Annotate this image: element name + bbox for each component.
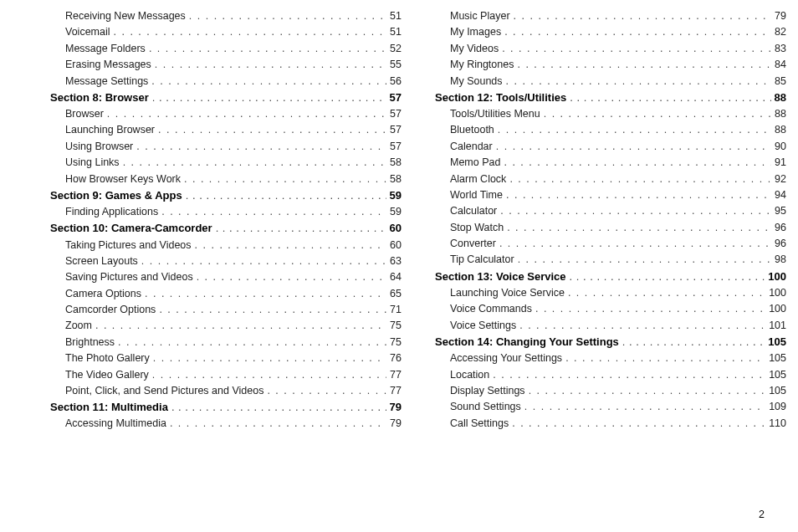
toc-leader-dots: . . . . . . . . . . . . . . . . . . . . … xyxy=(152,90,386,106)
toc-page-number: 82 xyxy=(771,24,786,40)
toc-page-number: 60 xyxy=(386,220,402,237)
toc-sub-row[interactable]: Accessing Your Settings. . . . . . . . .… xyxy=(435,350,786,366)
toc-sub-row[interactable]: How Browser Keys Work. . . . . . . . . .… xyxy=(50,171,402,187)
toc-sub-row[interactable]: Converter. . . . . . . . . . . . . . . .… xyxy=(435,236,786,252)
toc-item-label: Memo Pad xyxy=(450,155,504,171)
toc-sub-row[interactable]: My Images. . . . . . . . . . . . . . . .… xyxy=(435,24,786,40)
toc-page-number: 88 xyxy=(771,122,786,138)
toc-sub-row[interactable]: The Video Gallery. . . . . . . . . . . .… xyxy=(50,367,402,383)
toc-sub-row[interactable]: Using Links. . . . . . . . . . . . . . .… xyxy=(50,155,402,171)
toc-page-number: 57 xyxy=(386,90,402,106)
toc-page-number: 105 xyxy=(765,367,786,383)
toc-item-label: Zoom xyxy=(65,318,95,334)
toc-section-label: Section 10: Camera-Camcorder xyxy=(50,220,216,237)
toc-item-label: Bluetooth xyxy=(450,122,498,138)
toc-leader-dots: . . . . . . . . . . . . . . . . . . . . … xyxy=(151,74,386,90)
toc-item-label: Finding Applications xyxy=(65,204,161,220)
toc-sub-row[interactable]: Voicemail. . . . . . . . . . . . . . . .… xyxy=(50,24,402,40)
toc-sub-row[interactable]: Using Browser. . . . . . . . . . . . . .… xyxy=(50,139,402,155)
toc-leader-dots: . . . . . . . . . . . . . . . . . . . . … xyxy=(114,24,387,40)
toc-section-row[interactable]: Section 10: Camera-Camcorder. . . . . . … xyxy=(50,220,402,237)
toc-sub-row[interactable]: Receiving New Messages. . . . . . . . . … xyxy=(50,8,402,24)
toc-item-label: Launching Voice Service xyxy=(450,285,568,301)
toc-leader-dots: . . . . . . . . . . . . . . . . . . . . … xyxy=(498,122,771,138)
toc-sub-row[interactable]: Accessing Multimedia. . . . . . . . . . … xyxy=(50,416,402,432)
toc-page-number: 105 xyxy=(765,350,786,366)
toc-leader-dots: . . . . . . . . . . . . . . . . . . . . … xyxy=(186,187,386,204)
toc-sub-row[interactable]: Tip Calculator. . . . . . . . . . . . . … xyxy=(435,252,786,268)
toc-item-label: Launching Browser xyxy=(65,122,158,138)
toc-sub-row[interactable]: World Time. . . . . . . . . . . . . . . … xyxy=(435,187,786,203)
toc-section-row[interactable]: Section 12: Tools/Utilities. . . . . . .… xyxy=(435,90,786,106)
toc-sub-row[interactable]: Voice Settings. . . . . . . . . . . . . … xyxy=(435,318,786,334)
toc-sub-row[interactable]: Browser. . . . . . . . . . . . . . . . .… xyxy=(50,106,402,122)
toc-sub-row[interactable]: Launching Browser. . . . . . . . . . . .… xyxy=(50,122,402,138)
toc-page-number: 90 xyxy=(771,139,786,155)
toc-sub-row[interactable]: Launching Voice Service. . . . . . . . .… xyxy=(435,285,786,301)
toc-sub-row[interactable]: Screen Layouts. . . . . . . . . . . . . … xyxy=(50,253,402,269)
toc-item-label: Brightness xyxy=(65,335,118,350)
toc-page-number: 84 xyxy=(771,57,786,73)
toc-leader-dots: . . . . . . . . . . . . . . . . . . . . … xyxy=(145,286,386,302)
toc-sub-row[interactable]: Point, Click, and Send Pictures and Vide… xyxy=(50,383,402,399)
toc-item-label: The Photo Gallery xyxy=(65,350,153,366)
toc-sub-row[interactable]: Saving Pictures and Videos. . . . . . . … xyxy=(50,269,402,285)
toc-sub-row[interactable]: Calculator. . . . . . . . . . . . . . . … xyxy=(435,203,786,219)
toc-sub-row[interactable]: Camcorder Options. . . . . . . . . . . .… xyxy=(50,302,402,318)
toc-item-label: Location xyxy=(450,367,493,383)
toc-leader-dots: . . . . . . . . . . . . . . . . . . . . … xyxy=(493,367,765,383)
toc-leader-dots: . . . . . . . . . . . . . . . . . . . . … xyxy=(544,106,771,122)
toc-item-label: Call Settings xyxy=(450,416,512,432)
toc-sub-row[interactable]: Memo Pad. . . . . . . . . . . . . . . . … xyxy=(435,155,786,171)
toc-section-row[interactable]: Section 14: Changing Your Settings. . . … xyxy=(435,334,786,350)
toc-item-label: Camcorder Options xyxy=(65,302,159,318)
toc-sub-row[interactable]: Brightness. . . . . . . . . . . . . . . … xyxy=(50,335,402,350)
toc-item-label: Taking Pictures and Videos xyxy=(65,238,195,253)
toc-item-label: Tip Calculator xyxy=(450,252,518,268)
toc-item-label: Message Folders xyxy=(65,41,149,57)
toc-sub-row[interactable]: Display Settings. . . . . . . . . . . . … xyxy=(435,383,786,399)
toc-item-label: Accessing Your Settings xyxy=(450,350,565,366)
toc-sub-row[interactable]: Finding Applications. . . . . . . . . . … xyxy=(50,204,402,220)
toc-sub-row[interactable]: Taking Pictures and Videos. . . . . . . … xyxy=(50,238,402,253)
toc-sub-row[interactable]: Zoom. . . . . . . . . . . . . . . . . . … xyxy=(50,318,402,334)
toc-section-row[interactable]: Section 13: Voice Service. . . . . . . .… xyxy=(435,269,786,285)
toc-item-label: Browser xyxy=(65,106,107,122)
toc-section-row[interactable]: Section 9: Games & Apps. . . . . . . . .… xyxy=(50,187,402,204)
toc-page-number: 79 xyxy=(386,399,402,416)
toc-leader-dots: . . . . . . . . . . . . . . . . . . . . … xyxy=(267,383,386,399)
toc-sub-row[interactable]: Stop Watch. . . . . . . . . . . . . . . … xyxy=(435,220,786,236)
toc-section-label: Section 13: Voice Service xyxy=(435,269,570,285)
toc-sub-row[interactable]: My Sounds. . . . . . . . . . . . . . . .… xyxy=(435,74,786,90)
toc-sub-row[interactable]: Message Folders. . . . . . . . . . . . .… xyxy=(50,41,402,57)
toc-sub-row[interactable]: Tools/Utilities Menu. . . . . . . . . . … xyxy=(435,106,786,122)
toc-sub-row[interactable]: Calendar. . . . . . . . . . . . . . . . … xyxy=(435,139,786,155)
toc-sub-row[interactable]: Camera Options. . . . . . . . . . . . . … xyxy=(50,286,402,302)
toc-leader-dots: . . . . . . . . . . . . . . . . . . . . … xyxy=(565,350,765,366)
toc-page-number: 101 xyxy=(765,318,786,334)
toc-sub-row[interactable]: Erasing Messages. . . . . . . . . . . . … xyxy=(50,57,402,73)
toc-section-row[interactable]: Section 8: Browser. . . . . . . . . . . … xyxy=(50,90,402,106)
toc-sub-row[interactable]: Call Settings. . . . . . . . . . . . . .… xyxy=(435,416,786,432)
toc-item-label: Screen Layouts xyxy=(65,253,141,269)
toc-page-number: 58 xyxy=(386,171,402,187)
toc-page-number: 88 xyxy=(771,90,786,106)
toc-sub-row[interactable]: Bluetooth. . . . . . . . . . . . . . . .… xyxy=(435,122,786,138)
toc-sub-row[interactable]: The Photo Gallery. . . . . . . . . . . .… xyxy=(50,350,402,366)
toc-sub-row[interactable]: Voice Commands. . . . . . . . . . . . . … xyxy=(435,301,786,317)
toc-item-label: Erasing Messages xyxy=(65,57,155,73)
toc-item-label: Voice Settings xyxy=(450,318,519,334)
toc-sub-row[interactable]: Sound Settings. . . . . . . . . . . . . … xyxy=(435,399,786,415)
toc-page-number: 98 xyxy=(771,252,786,268)
toc-sub-row[interactable]: My Ringtones. . . . . . . . . . . . . . … xyxy=(435,57,786,73)
toc-leader-dots: . . . . . . . . . . . . . . . . . . . . … xyxy=(524,399,765,415)
toc-sub-row[interactable]: Location. . . . . . . . . . . . . . . . … xyxy=(435,367,786,383)
toc-leader-dots: . . . . . . . . . . . . . . . . . . . . … xyxy=(517,57,771,73)
toc-sub-row[interactable]: My Videos. . . . . . . . . . . . . . . .… xyxy=(435,41,786,57)
toc-page-number: 59 xyxy=(386,187,402,204)
toc-sub-row[interactable]: Alarm Clock. . . . . . . . . . . . . . .… xyxy=(435,171,786,187)
toc-sub-row[interactable]: Music Player. . . . . . . . . . . . . . … xyxy=(435,8,786,24)
toc-section-row[interactable]: Section 11: Multimedia. . . . . . . . . … xyxy=(50,399,402,416)
toc-sub-row[interactable]: Message Settings. . . . . . . . . . . . … xyxy=(50,74,402,90)
toc-item-label: Point, Click, and Send Pictures and Vide… xyxy=(65,383,267,399)
